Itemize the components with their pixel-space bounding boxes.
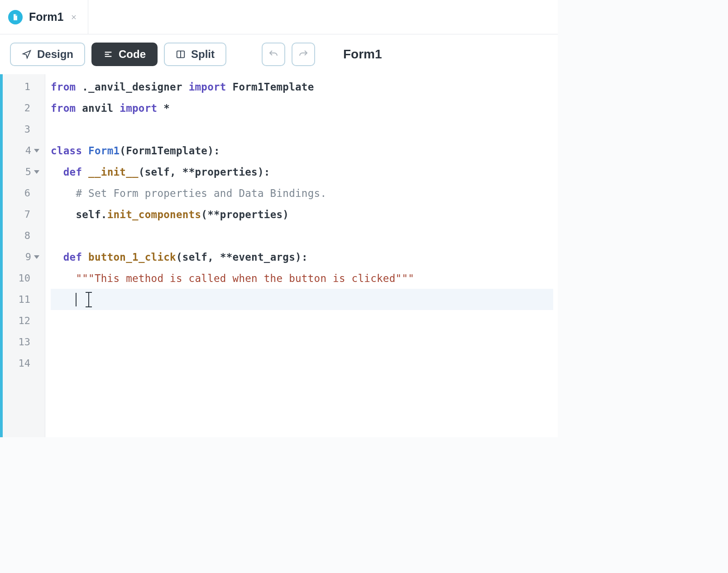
line-gutter: 1234567891011121314 (3, 74, 45, 437)
code-label: Code (119, 48, 146, 61)
line-number: 8 (3, 225, 45, 246)
ibeam-cursor-icon (86, 293, 92, 306)
line-number: 14 (3, 353, 45, 374)
toolbar: Design Code Split Form1 (0, 34, 558, 74)
fn-name: init_components (107, 209, 201, 220)
fn-name: button_1_click (88, 251, 176, 263)
docstring: """This method is called when the button… (76, 272, 414, 284)
line-number: 6 (3, 182, 45, 204)
kw-from: from (51, 102, 76, 114)
tok: ._anvil_designer (76, 81, 188, 93)
kw-class: class (51, 145, 82, 157)
kw-def: def (63, 251, 82, 263)
line-number: 5 (3, 161, 45, 182)
fold-icon[interactable] (34, 149, 39, 153)
code-button[interactable]: Code (91, 43, 158, 66)
tab-form1[interactable]: Form1 (0, 0, 88, 34)
line-number: 11 (3, 289, 45, 310)
line-number: 13 (3, 331, 45, 353)
tok: (self, **event_args): (176, 251, 308, 263)
tok: (self, **properties): (139, 166, 270, 178)
kw-import: import (189, 81, 226, 93)
undo-button[interactable] (262, 43, 285, 66)
line-number: 9 (3, 246, 45, 267)
kw-import: import (120, 102, 157, 114)
tok: * (157, 102, 170, 114)
form-icon (8, 10, 23, 24)
line-number: 4 (3, 140, 45, 161)
code-area[interactable]: from ._anvil_designer import Form1Templa… (45, 74, 558, 437)
code-editor[interactable]: 1234567891011121314 from ._anvil_designe… (0, 74, 558, 437)
class-name: Form1 (88, 145, 120, 157)
line-number: 10 (3, 267, 45, 289)
text-caret (76, 293, 77, 306)
redo-button[interactable] (292, 43, 315, 66)
page-title: Form1 (343, 47, 382, 62)
fn-init: __init__ (88, 166, 139, 178)
fold-icon[interactable] (34, 255, 39, 259)
line-number: 3 (3, 119, 45, 140)
tok: (**properties) (201, 209, 289, 220)
split-button[interactable]: Split (164, 43, 226, 66)
split-label: Split (191, 48, 215, 61)
design-label: Design (37, 48, 73, 61)
tab-title: Form1 (29, 10, 63, 24)
line-number: 12 (3, 310, 45, 331)
tok: (Form1Template): (120, 145, 220, 157)
tab-bar: Form1 (0, 0, 558, 34)
line-number: 7 (3, 204, 45, 225)
kw-from: from (51, 81, 76, 93)
close-icon[interactable] (70, 13, 78, 21)
line-number: 1 (3, 76, 45, 97)
line-number: 2 (3, 97, 45, 119)
tok: Form1Template (226, 81, 314, 93)
fold-icon[interactable] (34, 170, 39, 174)
tok: anvil (76, 102, 120, 114)
kw-def: def (63, 166, 82, 178)
comment: # Set Form properties and Data Bindings. (76, 187, 326, 199)
design-button[interactable]: Design (10, 43, 85, 66)
tok: self. (76, 209, 107, 220)
